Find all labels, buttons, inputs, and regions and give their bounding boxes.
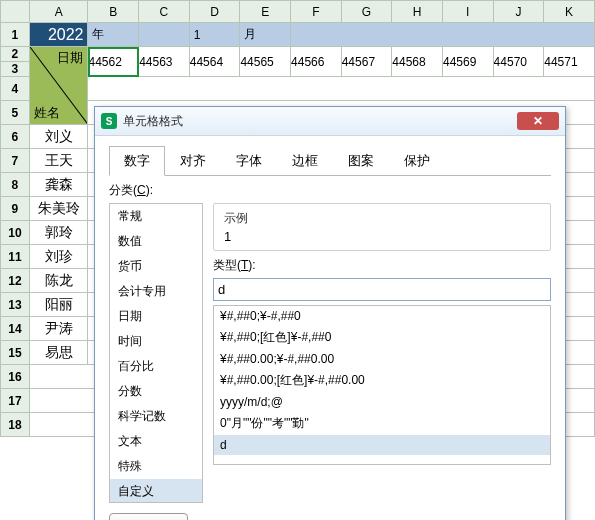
name-label: 姓名 (34, 104, 60, 122)
format-item[interactable]: d (214, 435, 550, 455)
row-header[interactable]: 13 (1, 293, 30, 317)
sample-box: 示例 1 (213, 203, 551, 251)
category-item[interactable]: 货币 (110, 254, 202, 279)
col-header[interactable]: H (392, 1, 443, 23)
category-list[interactable]: 常规数值货币会计专用日期时间百分比分数科学记数文本特殊自定义 (109, 203, 203, 503)
category-item[interactable]: 科学记数 (110, 404, 202, 429)
year-suffix[interactable]: 年 (88, 23, 139, 47)
name-cell[interactable]: 尹涛 (29, 317, 88, 341)
row-header[interactable]: 3 (1, 62, 30, 77)
col-header[interactable]: G (341, 1, 392, 23)
app-icon: S (101, 113, 117, 129)
tab-0[interactable]: 数字 (109, 146, 165, 176)
row-header[interactable]: 7 (1, 149, 30, 173)
date-serial-cell[interactable]: 44569 (442, 47, 493, 77)
row-header[interactable]: 6 (1, 125, 30, 149)
date-serial-cell[interactable]: 44567 (341, 47, 392, 77)
delete-button[interactable]: 删除(D) (109, 513, 188, 520)
format-item[interactable]: ¥#,##0;[红色]¥-#,##0 (214, 326, 550, 349)
col-header[interactable]: E (240, 1, 291, 23)
date-serial-cell[interactable]: 44571 (544, 47, 595, 77)
sample-value: 1 (224, 229, 540, 244)
category-item[interactable]: 自定义 (110, 479, 202, 503)
date-serial-cell[interactable]: 44562 (88, 47, 139, 77)
format-list[interactable]: ¥#,##0;¥-#,##0¥#,##0;[红色]¥-#,##0¥#,##0.0… (213, 305, 551, 465)
format-cells-dialog: S 单元格格式 ✕ 数字对齐字体边框图案保护 分类(C): 常规数值货币会计专用… (94, 106, 566, 520)
diag-header[interactable]: 日期 姓名 (29, 47, 88, 125)
row-header[interactable]: 11 (1, 245, 30, 269)
blank[interactable] (88, 77, 595, 101)
name-cell[interactable]: 刘义 (29, 125, 88, 149)
name-cell[interactable]: 朱美玲 (29, 197, 88, 221)
date-serial-cell[interactable]: 44564 (189, 47, 240, 77)
blank[interactable] (139, 23, 190, 47)
category-item[interactable]: 文本 (110, 429, 202, 454)
type-input[interactable] (213, 278, 551, 301)
sample-label: 示例 (224, 210, 540, 227)
row-header[interactable]: 14 (1, 317, 30, 341)
name-cell[interactable]: 王天 (29, 149, 88, 173)
format-item[interactable]: yyyy/m/d;@ (214, 392, 550, 412)
tab-4[interactable]: 图案 (333, 146, 389, 175)
format-item[interactable]: 0"月""份""考""勤" (214, 412, 550, 435)
tab-1[interactable]: 对齐 (165, 146, 221, 175)
category-item[interactable]: 时间 (110, 329, 202, 354)
name-cell[interactable]: 易思 (29, 341, 88, 365)
category-item[interactable]: 数值 (110, 229, 202, 254)
row-header[interactable]: 1 (1, 23, 30, 47)
format-item[interactable]: ¥#,##0.00;¥-#,##0.00 (214, 349, 550, 369)
corner-cell[interactable] (1, 1, 30, 23)
type-label: 类型(T): (213, 257, 551, 274)
date-serial-cell[interactable]: 44566 (291, 47, 342, 77)
date-label: 日期 (57, 49, 83, 67)
month-suffix[interactable]: 月 (240, 23, 291, 47)
right-pane: 示例 1 类型(T): ¥#,##0;¥-#,##0¥#,##0;[红色]¥-#… (213, 203, 551, 503)
row-header[interactable]: 12 (1, 269, 30, 293)
col-header[interactable]: K (544, 1, 595, 23)
col-header[interactable]: D (189, 1, 240, 23)
name-cell[interactable]: 郭玲 (29, 221, 88, 245)
format-item[interactable]: ¥#,##0;¥-#,##0 (214, 306, 550, 326)
format-item[interactable]: ¥#,##0.00;[红色]¥-#,##0.00 (214, 369, 550, 392)
dialog-title: 单元格格式 (123, 113, 517, 130)
row-header[interactable]: 4 (1, 77, 30, 101)
category-item[interactable]: 日期 (110, 304, 202, 329)
close-button[interactable]: ✕ (517, 112, 559, 130)
row-header[interactable]: 8 (1, 173, 30, 197)
row-header[interactable]: 9 (1, 197, 30, 221)
date-serial-cell[interactable]: 44568 (392, 47, 443, 77)
name-cell[interactable]: 陈龙 (29, 269, 88, 293)
row-header[interactable]: 18 (1, 413, 30, 437)
row-header[interactable]: 10 (1, 221, 30, 245)
col-header[interactable]: J (493, 1, 544, 23)
date-serial-cell[interactable]: 44570 (493, 47, 544, 77)
dialog-titlebar[interactable]: S 单元格格式 ✕ (95, 107, 565, 136)
row-header[interactable]: 16 (1, 365, 30, 389)
date-serial-cell[interactable]: 44565 (240, 47, 291, 77)
category-item[interactable]: 会计专用 (110, 279, 202, 304)
month-cell[interactable]: 1 (189, 23, 240, 47)
col-header[interactable]: A (29, 1, 88, 23)
category-item[interactable]: 百分比 (110, 354, 202, 379)
category-item[interactable]: 常规 (110, 204, 202, 229)
name-cell[interactable]: 阳丽 (29, 293, 88, 317)
row-header[interactable]: 15 (1, 341, 30, 365)
name-cell[interactable]: 刘珍 (29, 245, 88, 269)
close-icon: ✕ (533, 114, 543, 128)
category-item[interactable]: 特殊 (110, 454, 202, 479)
tab-3[interactable]: 边框 (277, 146, 333, 175)
category-item[interactable]: 分数 (110, 379, 202, 404)
tab-2[interactable]: 字体 (221, 146, 277, 175)
col-header[interactable]: B (88, 1, 139, 23)
tab-5[interactable]: 保护 (389, 146, 445, 175)
row-header[interactable]: 17 (1, 389, 30, 413)
year-cell[interactable]: 2022 (29, 23, 88, 47)
col-header[interactable]: I (442, 1, 493, 23)
col-header[interactable]: F (291, 1, 342, 23)
col-header[interactable]: C (139, 1, 190, 23)
row-header[interactable]: 5 (1, 101, 30, 125)
date-serial-cell[interactable]: 44563 (139, 47, 190, 77)
blank[interactable] (291, 23, 595, 47)
row-header[interactable]: 2 (1, 47, 30, 62)
name-cell[interactable]: 龚森 (29, 173, 88, 197)
